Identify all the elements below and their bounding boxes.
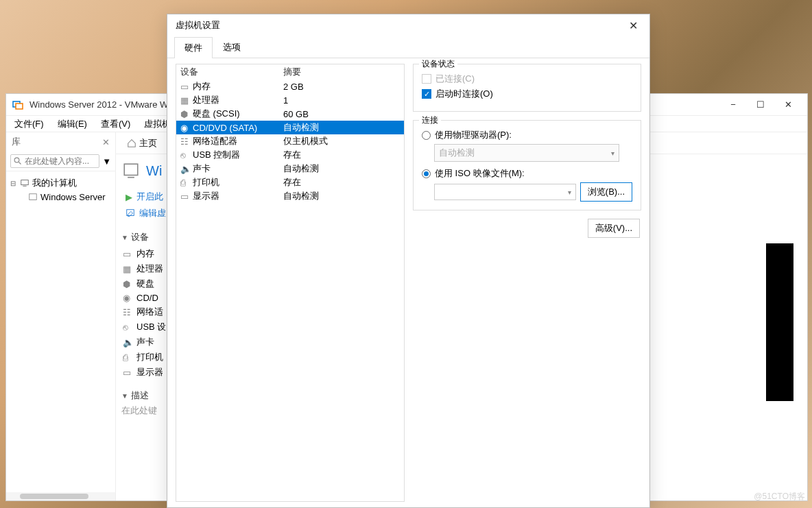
disc-icon: ◉ bbox=[123, 293, 132, 303]
tab-home[interactable]: 主页 bbox=[121, 134, 163, 152]
vm-title-row: Wi bbox=[121, 161, 172, 180]
vm-panel: Wi ▶ 开启此 编辑虚 bbox=[121, 161, 172, 494]
hw-display[interactable]: ▭显示器 bbox=[121, 365, 172, 380]
menu-file[interactable]: 文件(F) bbox=[9, 117, 49, 132]
device-cddvd[interactable]: ◉CD/DVD (SATA)自动检测 bbox=[176, 121, 404, 134]
network-icon: ☷ bbox=[180, 136, 190, 147]
sidebar-scrollbar[interactable] bbox=[6, 492, 115, 500]
device-display[interactable]: ▭显示器自动检测 bbox=[176, 189, 404, 203]
scrollbar-thumb[interactable] bbox=[20, 494, 88, 499]
device-network[interactable]: ☷网络适配器仅主机模式 bbox=[176, 134, 404, 148]
display-icon: ▭ bbox=[123, 367, 132, 378]
disk-icon: ⬢ bbox=[123, 279, 132, 289]
sound-icon: 🔈 bbox=[123, 337, 132, 348]
display-icon: ▭ bbox=[180, 191, 190, 202]
tab-home-label: 主页 bbox=[139, 137, 157, 149]
dialog-close-button[interactable]: ✕ bbox=[625, 19, 641, 32]
svg-rect-7 bbox=[124, 164, 138, 175]
tree-vm-item[interactable]: Windows Server bbox=[9, 191, 112, 204]
device-printer[interactable]: ⎙打印机存在 bbox=[176, 176, 404, 189]
radio-iso-row[interactable]: 使用 ISO 映像文件(M): bbox=[422, 167, 632, 180]
device-cpu[interactable]: ▦处理器1 bbox=[176, 93, 404, 107]
minimize-button[interactable]: − bbox=[719, 94, 747, 116]
dialog-titlebar: 虚拟机设置 ✕ bbox=[167, 14, 649, 36]
dialog-title: 虚拟机设置 bbox=[176, 19, 625, 32]
iso-path-input[interactable]: ▾ bbox=[434, 184, 576, 200]
action-power-on[interactable]: ▶ 开启此 bbox=[124, 189, 172, 205]
search-box[interactable] bbox=[10, 154, 99, 168]
chevron-down-icon[interactable]: ▾ bbox=[568, 189, 571, 196]
search-input[interactable] bbox=[25, 156, 96, 166]
hw-sound[interactable]: 🔈声卡 bbox=[121, 335, 172, 350]
checkbox-connect-start[interactable]: ✓ bbox=[422, 89, 431, 99]
cpu-icon: ▦ bbox=[180, 95, 190, 106]
play-icon: ▶ bbox=[126, 192, 132, 202]
library-header: 库 ✕ bbox=[6, 132, 115, 152]
section-devices-head[interactable]: ▼ 设备 bbox=[121, 231, 172, 243]
section-devices-label: 设备 bbox=[131, 231, 149, 243]
hw-cpu[interactable]: ▦处理器 bbox=[121, 261, 172, 276]
hw-memory[interactable]: ▭内存 bbox=[121, 246, 172, 261]
device-usb[interactable]: ⎋USB 控制器存在 bbox=[176, 148, 404, 162]
watermark: @51CTO博客 bbox=[754, 491, 805, 503]
close-button[interactable]: ✕ bbox=[774, 94, 802, 116]
memory-icon: ▭ bbox=[123, 249, 132, 259]
advanced-button[interactable]: 高级(V)... bbox=[588, 219, 640, 238]
svg-line-3 bbox=[19, 162, 21, 165]
device-memory[interactable]: ▭内存2 GB bbox=[176, 80, 404, 93]
library-close-icon[interactable]: ✕ bbox=[102, 137, 110, 147]
action-edit-label: 编辑虚 bbox=[139, 207, 166, 219]
tree-root-label: 我的计算机 bbox=[32, 177, 77, 189]
radio-iso-label: 使用 ISO 映像文件(M): bbox=[435, 167, 525, 180]
search-dropdown-icon[interactable]: ▼ bbox=[102, 156, 111, 167]
hw-usb[interactable]: ⎋USB 设 bbox=[121, 319, 172, 335]
radio-physical[interactable] bbox=[422, 131, 431, 140]
fieldset-status: 设备状态 已连接(C) ✓ 启动时连接(O) bbox=[413, 64, 641, 112]
checkbox-connected bbox=[422, 74, 431, 84]
vm-large-icon bbox=[121, 161, 141, 180]
collapse-icon[interactable]: ⊟ bbox=[10, 180, 17, 187]
hw-disk[interactable]: ⬢硬盘 bbox=[121, 276, 172, 291]
action-power-label: 开启此 bbox=[136, 191, 163, 203]
vm-settings-dialog: 虚拟机设置 ✕ 硬件 选项 设备 摘要 ▭内存2 GB ▦处理器1 ⬢硬盘 (S… bbox=[167, 14, 650, 508]
dialog-tabs: 硬件 选项 bbox=[167, 36, 649, 58]
printer-icon: ⎙ bbox=[180, 178, 190, 188]
tree-root[interactable]: ⊟ 我的计算机 bbox=[9, 176, 112, 191]
device-disk[interactable]: ⬢硬盘 (SCSI)60 GB bbox=[176, 107, 404, 121]
radio-physical-row[interactable]: 使用物理驱动器(P): bbox=[422, 129, 632, 141]
vm-preview[interactable] bbox=[766, 243, 793, 401]
vm-icon bbox=[28, 193, 38, 202]
usb-icon: ⎋ bbox=[123, 322, 132, 332]
library-tree: ⊟ 我的计算机 Windows Server bbox=[6, 171, 115, 492]
memory-icon: ▭ bbox=[180, 82, 190, 92]
device-sound[interactable]: 🔈声卡自动检测 bbox=[176, 162, 404, 176]
tree-vm-label: Windows Server bbox=[40, 192, 106, 202]
device-list-header: 设备 摘要 bbox=[176, 64, 404, 80]
col-device: 设备 bbox=[180, 66, 283, 78]
device-details: 设备状态 已连接(C) ✓ 启动时连接(O) 连接 使用物理驱动器(P): 自动… bbox=[413, 64, 641, 502]
hw-network[interactable]: ☷网络适 bbox=[121, 304, 172, 319]
cpu-icon: ▦ bbox=[123, 264, 132, 274]
chk-connect-start-row[interactable]: ✓ 启动时连接(O) bbox=[422, 88, 632, 100]
search-icon bbox=[14, 157, 22, 165]
menu-edit[interactable]: 编辑(E) bbox=[52, 117, 93, 132]
section-desc-head[interactable]: ▼ 描述 bbox=[121, 389, 172, 402]
action-edit-settings[interactable]: 编辑虚 bbox=[124, 205, 172, 221]
window-controls: − ☐ ✕ bbox=[719, 94, 802, 116]
menu-view[interactable]: 查看(V) bbox=[95, 117, 136, 132]
desc-placeholder[interactable]: 在此处键 bbox=[121, 404, 172, 417]
radio-iso[interactable] bbox=[422, 169, 431, 178]
disc-icon: ◉ bbox=[180, 123, 190, 133]
browse-button[interactable]: 浏览(B)... bbox=[580, 182, 632, 202]
hw-cddvd[interactable]: ◉CD/D bbox=[121, 291, 172, 304]
iso-row: ▾ 浏览(B)... bbox=[434, 182, 632, 202]
maximize-button[interactable]: ☐ bbox=[747, 94, 774, 116]
col-summary: 摘要 bbox=[283, 66, 301, 78]
vmware-app-icon bbox=[12, 99, 24, 111]
tab-hardware[interactable]: 硬件 bbox=[174, 37, 213, 58]
usb-icon: ⎋ bbox=[180, 150, 190, 160]
physical-auto-label: 自动检测 bbox=[439, 147, 475, 159]
dialog-body: 设备 摘要 ▭内存2 GB ▦处理器1 ⬢硬盘 (SCSI)60 GB ◉CD/… bbox=[167, 58, 649, 507]
tab-options[interactable]: 选项 bbox=[213, 36, 251, 58]
hw-printer[interactable]: ⎙打印机 bbox=[121, 350, 172, 365]
